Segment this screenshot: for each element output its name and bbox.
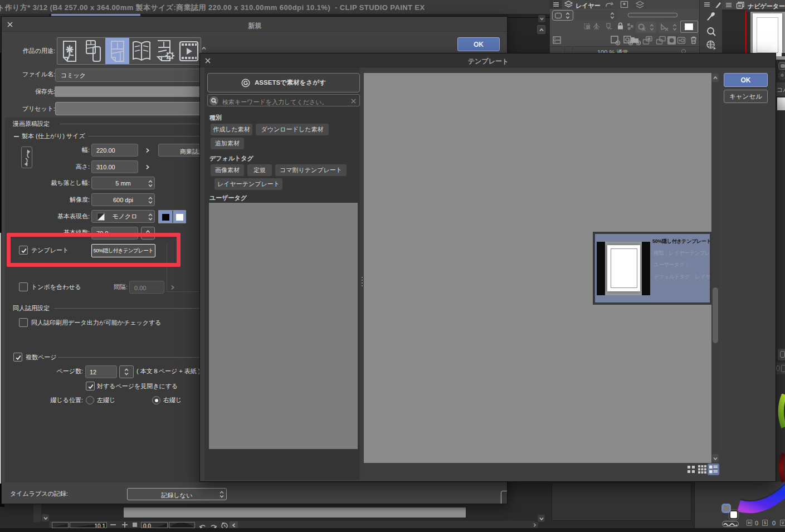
tag-created-materials[interactable]: 作成した素材 (211, 124, 252, 135)
rotation-slider[interactable] (169, 522, 195, 528)
width-unit-chevron[interactable] (144, 147, 150, 154)
tag-image-material[interactable]: 画像素材 (211, 164, 244, 176)
doujin-check-label[interactable]: 同人誌印刷用データ出力が可能かチェックする (31, 320, 162, 326)
page-count-spin-button[interactable] (119, 365, 134, 378)
layer-list-view-icon[interactable] (553, 36, 561, 45)
scroll-left-button[interactable] (42, 514, 49, 521)
rotation-value-box[interactable]: 0.0 (141, 522, 168, 528)
basic-color-arrows[interactable] (148, 212, 153, 222)
create-layer-mask-icon[interactable] (667, 36, 676, 45)
draft-layer-icon[interactable] (604, 22, 613, 31)
resolution-spin-arrows[interactable] (148, 196, 153, 205)
usage-icon-animation[interactable] (179, 41, 199, 62)
eyedropper-tool-icon[interactable] (706, 11, 717, 22)
usage-icon-fanzine[interactable] (131, 40, 152, 62)
usage-icon-comic[interactable] (109, 40, 126, 62)
color-wheel-hue-ring[interactable] (695, 482, 785, 528)
view-mode-list-selected[interactable] (708, 463, 719, 475)
navigator-view-frame[interactable] (745, 11, 785, 53)
basic-color-combo[interactable]: モノクロ (91, 210, 155, 223)
height-unit-chevron[interactable] (144, 164, 150, 170)
layer-mask-enable-button[interactable] (636, 22, 656, 33)
new-layer-folder-icon[interactable] (630, 35, 641, 45)
tombo-checkbox[interactable] (19, 282, 28, 291)
scrollbar-up-button[interactable] (712, 74, 719, 82)
binding-size-collapse[interactable] (14, 136, 19, 137)
template-scrollbar-track[interactable] (711, 73, 719, 463)
layer-tab-icon-2[interactable] (620, 1, 628, 8)
tag-downloaded-materials[interactable]: ダウンロードした素材 (256, 124, 329, 135)
scroll-right-button[interactable] (538, 515, 545, 522)
layer-thumbnail-setting[interactable] (552, 10, 573, 21)
navigator-title[interactable]: ナビゲーター (748, 2, 785, 11)
multipage-checkbox[interactable] (13, 353, 22, 362)
height-input[interactable]: 310.00 (91, 160, 138, 173)
resolution-spinbox[interactable]: 600 dpi (91, 193, 155, 206)
canvas-scroll-up-button[interactable] (538, 15, 545, 22)
transfer-to-lower-icon[interactable] (642, 36, 653, 45)
template-search-box[interactable]: 検索キーワードを入力してください。 (207, 94, 360, 106)
view-mode-grid-small[interactable] (698, 465, 706, 474)
lock-layer-icon[interactable] (617, 22, 624, 30)
bleed-spinbox[interactable]: 5 mm (91, 177, 155, 189)
tag-ruler[interactable]: 定規 (247, 164, 272, 176)
spread-checkbox[interactable] (86, 382, 95, 391)
layer-color-swatch-frame[interactable] (680, 21, 698, 33)
tag-panel-template[interactable]: コマ割りテンプレート (275, 164, 347, 176)
template-cancel-button[interactable]: キャンセル (724, 90, 768, 103)
scrollbar-down-button[interactable] (712, 454, 719, 462)
tool-menu-icon[interactable] (704, 2, 710, 7)
bleed-spin-arrows[interactable] (148, 179, 153, 188)
binding-right-radio[interactable] (152, 396, 160, 404)
binding-left-radio[interactable] (86, 396, 94, 404)
transparent-color-button[interactable] (722, 521, 739, 527)
page-count-input[interactable]: 12 (85, 365, 117, 378)
zoom-out-button[interactable] (110, 524, 116, 525)
scroll-next-button[interactable] (531, 522, 538, 528)
opacity-slider[interactable] (628, 13, 677, 17)
layer-tab-icon-1[interactable] (604, 1, 615, 8)
user-tag-panel[interactable] (209, 203, 358, 449)
clip-to-layer-icon[interactable] (583, 23, 592, 31)
apply-mask-icon[interactable] (677, 36, 688, 45)
nav-mini-slider[interactable] (52, 522, 69, 528)
zoom-slider[interactable]: 10.1 (70, 522, 107, 528)
reference-layer-icon[interactable] (592, 22, 601, 31)
usage-icon-illustration[interactable] (61, 40, 78, 62)
assets-search-button[interactable]: ASSETSで素材をさがす (207, 73, 360, 92)
main-color-swatch[interactable] (721, 504, 731, 513)
zoom-in-button[interactable] (122, 522, 128, 528)
search-clear-icon[interactable] (350, 98, 357, 104)
binding-left-label[interactable]: 左綴じ (97, 397, 115, 403)
delete-layer-icon[interactable] (690, 36, 698, 45)
tag-layer-template[interactable]: レイヤーテンプレート (214, 178, 282, 190)
swap-size-button[interactable] (21, 147, 32, 168)
multipage-label[interactable]: 複数ページ (26, 354, 57, 360)
usage-icon-all-comic-settings[interactable] (155, 40, 175, 63)
lock-transparent-icon[interactable] (626, 22, 635, 31)
doujin-checkbox[interactable] (19, 318, 28, 327)
ruler-range-button[interactable] (659, 22, 679, 33)
pen-tool-icon[interactable] (714, 1, 723, 9)
blend-mode-combo[interactable] (575, 10, 617, 21)
new-dialog-ok-button[interactable]: OK (457, 37, 500, 51)
timelapse-dropdown[interactable]: 記録しない (127, 488, 227, 500)
tag-additional-materials[interactable]: 追加素材 (211, 138, 244, 149)
template-ok-button[interactable]: OK (724, 73, 768, 87)
navigator-menu-icon[interactable] (725, 2, 732, 8)
width-input[interactable]: 220.00 (91, 144, 138, 157)
usage-bar-collapse-icon[interactable] (201, 46, 207, 51)
fit-to-screen-button[interactable] (133, 523, 137, 527)
spread-label[interactable]: 対するページを見開きにする (97, 383, 178, 389)
scrollbar-thumb[interactable] (713, 287, 718, 343)
view-mode-grid-large[interactable] (687, 465, 695, 474)
new-raster-layer-icon[interactable] (610, 35, 621, 45)
rotate-3d-tool-icon[interactable] (706, 40, 717, 51)
combine-to-lower-icon[interactable] (656, 36, 666, 45)
white-swatch-button[interactable] (176, 214, 183, 221)
column-splitter[interactable] (360, 67, 364, 480)
layer-menu-box[interactable] (550, 0, 562, 9)
layer-palette-title[interactable]: レイヤー (576, 2, 601, 10)
zoom-tool-icon[interactable] (706, 27, 716, 37)
binding-right-label[interactable]: 右綴じ (163, 397, 182, 403)
